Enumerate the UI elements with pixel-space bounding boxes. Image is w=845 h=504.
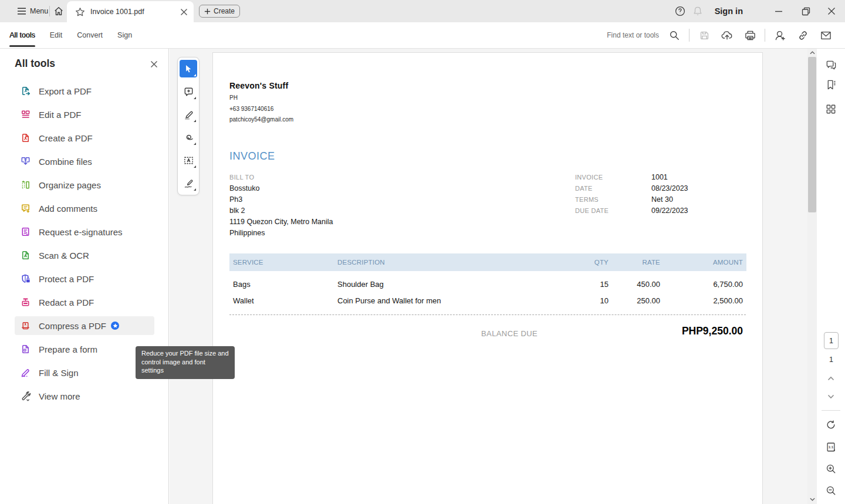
meta-value: 08/23/2023 [651,183,688,194]
home-button[interactable] [53,6,64,16]
tool-item-view-more[interactable]: View more [15,387,154,405]
draw-tool-button[interactable] [180,128,197,146]
star-icon[interactable] [75,7,85,17]
tab-convert[interactable]: Convert [77,22,103,48]
tool-item-organize-pages[interactable]: Organize pages [15,175,154,194]
toolbar-separator [765,29,765,42]
tool-item-request-esignatures[interactable]: Request e-signatures [15,222,154,241]
highlight-tool-button[interactable] [180,106,197,123]
protect-pdf-icon [20,273,31,285]
tool-item-label: Export a PDF [39,86,92,96]
fill-sign-icon [20,367,31,378]
panel-title: All tools [15,57,55,70]
tool-item-add-comments[interactable]: Add comments [15,199,154,218]
window-restore-button[interactable] [797,0,814,22]
find-text-label[interactable]: Find text or tools [607,31,659,39]
cell-service: Bags [233,280,337,289]
save-icon[interactable] [696,26,712,45]
email-icon[interactable] [817,26,834,45]
compress-tooltip: Reduce your PDF file size and control im… [136,346,235,379]
tab-sign[interactable]: Sign [117,22,132,48]
tool-item-label: Protect a PDF [39,274,94,284]
tool-item-fill-sign[interactable]: Fill & Sign [15,363,154,382]
balance-due-value: PHP9,250.00 [229,325,743,337]
page-number-input[interactable]: 1 [824,332,839,349]
notifications-bell-icon[interactable] [689,0,707,22]
window-minimize-button[interactable] [770,0,787,22]
tool-item-label: Compress a PDF [39,321,106,331]
link-icon[interactable] [795,26,811,45]
bill-to-label: BILL TO [229,174,254,181]
bookmarks-panel-icon[interactable] [826,79,836,90]
zoom-in-icon[interactable] [826,464,836,474]
tool-item-scan-ocr[interactable]: Scan & OCR [15,246,154,265]
compress-pdf-icon [20,320,31,332]
col-rate: RATE [609,259,660,266]
meta-value: 09/22/2023 [651,205,688,217]
dropdown-corner [194,74,196,76]
titlebar: Menu Invoice 1001.pdf Create Sign in [0,0,845,22]
menu-label: Menu [30,7,48,15]
panel-close-icon[interactable] [147,57,160,70]
help-button[interactable] [671,0,689,22]
tool-item-combine-files[interactable]: Combine files [15,152,154,171]
tab-all-tools[interactable]: All tools [9,22,35,48]
tab-edit[interactable]: Edit [50,22,63,48]
scroll-up-arrow[interactable] [807,49,817,57]
scrollbar-thumb[interactable] [808,57,816,212]
pdf-page: Reevon's Stuff PH +63 9367140616 patchic… [213,53,762,504]
tool-item-edit-pdf[interactable]: Edit a PDF [15,105,154,124]
tool-item-protect-pdf[interactable]: Protect a PDF [15,269,154,288]
col-qty: QTY [503,259,609,266]
document-tab[interactable]: Invoice 1001.pdf [67,1,194,22]
page-thumbnails-icon[interactable] [826,104,836,114]
rotate-page-icon[interactable] [826,420,836,430]
table-bottom-rule [229,314,746,315]
company-phone: +63 9367140616 [229,104,293,115]
sign-in-button[interactable]: Sign in [715,6,743,16]
next-page-icon[interactable] [827,393,835,401]
tool-item-compress-pdf[interactable]: Compress a PDF [15,316,154,335]
edit-pdf-icon [20,109,31,120]
scroll-down-arrow[interactable] [807,495,817,503]
invoice-meta-values: 1001 08/23/2023 Net 30 09/22/2023 [651,172,688,217]
tool-item-label: Create a PDF [39,133,93,143]
redact-pdf-icon [20,296,31,308]
search-icon[interactable] [666,26,682,45]
tool-item-label: Scan & OCR [39,251,89,261]
tool-item-label: Prepare a form [39,344,97,354]
previous-page-icon[interactable] [827,374,835,383]
right-rail: 1 1 1:1 [817,49,845,504]
cell-description: Coin Purse and Wallet for men [337,296,503,305]
tool-item-prepare-form[interactable]: Prepare a form [15,340,154,358]
toolbar: All tools Edit Convert Sign Find text or… [0,22,845,49]
zoom-out-icon[interactable] [826,485,836,496]
print-icon[interactable] [742,26,758,45]
text-box-tool-button[interactable] [180,151,197,169]
add-people-icon[interactable] [772,26,788,45]
add-comment-tool-button[interactable] [180,83,197,100]
menu-button[interactable]: Menu [17,0,48,22]
cell-rate: 450.00 [609,280,660,289]
create-button[interactable]: Create [199,5,240,18]
select-tool-button[interactable] [180,60,197,77]
vertical-scrollbar[interactable] [807,49,817,504]
quick-tools-toolbar [177,57,200,195]
tool-item-redact-pdf[interactable]: Redact a PDF [15,293,154,312]
export-pdf-icon [20,85,31,97]
tab-close-icon[interactable] [180,8,188,16]
tool-item-export-pdf[interactable]: Export a PDF [15,82,154,100]
meta-label: DATE [575,183,609,194]
tool-item-create-pdf[interactable]: Create a PDF [15,128,154,147]
rail-divider [822,410,840,411]
zoom-level-icon[interactable]: 1:1 [826,442,836,452]
window-close-button[interactable] [823,0,840,22]
dropdown-corner [194,188,196,191]
sign-tool-button[interactable] [180,174,197,192]
share-cloud-icon[interactable] [719,26,735,45]
comments-panel-icon[interactable] [826,59,836,70]
bill-to-line: 1119 Quezon City, Metro Manila [229,217,333,228]
meta-value: Net 30 [651,194,688,205]
premium-star-badge [111,322,119,330]
company-details: PH +63 9367140616 patchicoy54@gmail.com [229,93,293,126]
